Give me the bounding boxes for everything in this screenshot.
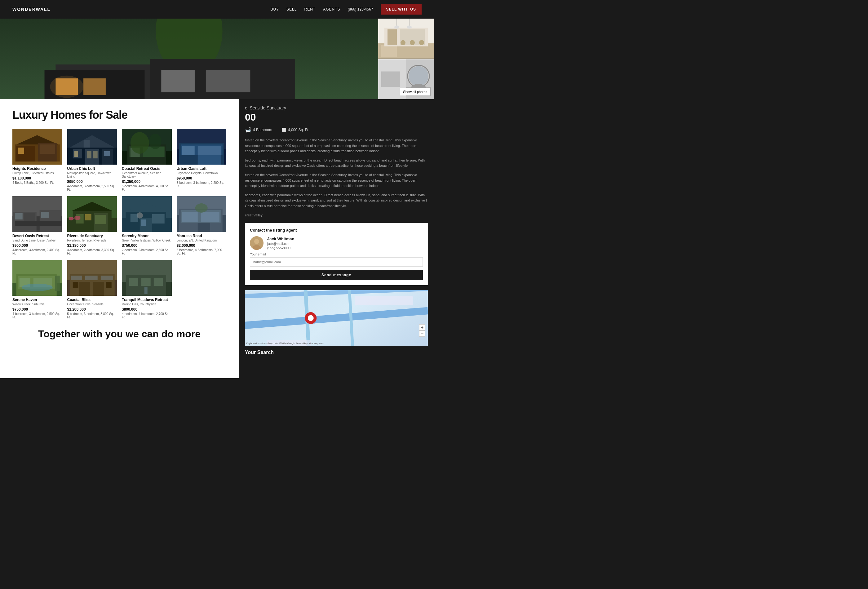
- listing-img-8: [177, 196, 227, 232]
- svg-point-86: [74, 216, 80, 220]
- svg-point-102: [195, 203, 207, 213]
- svg-rect-76: [15, 221, 62, 226]
- listing-card-6[interactable]: Riverside Sanctuary Riverfront Terrace, …: [67, 196, 117, 255]
- svg-rect-121: [72, 282, 78, 288]
- svg-rect-37: [18, 148, 24, 154]
- listing-price-10: $1,200,000: [67, 307, 117, 311]
- sell-with-us-button[interactable]: SELL WITH US: [381, 4, 422, 15]
- listing-img-10: [67, 260, 117, 296]
- svg-point-30: [409, 66, 428, 86]
- nav-phone: (866) 123-4567: [347, 7, 373, 12]
- svg-rect-128: [141, 278, 151, 286]
- map-zoom-in[interactable]: +: [419, 324, 425, 331]
- listing-card-2[interactable]: Urban Chic Loft Metropolitan Square, Dow…: [67, 129, 117, 191]
- listing-details-2: 4-bedroom, 3-bathroom, 2,500 Sq. Ft.: [67, 185, 117, 191]
- nav-logo: WONDERWALL: [12, 7, 50, 12]
- map-zoom-out[interactable]: −: [419, 331, 425, 337]
- svg-rect-46: [74, 151, 78, 157]
- listings-grid: Heights Residence Hilltop Lane, Elevated…: [12, 129, 226, 319]
- bottom-tagline: Together with you we can do more: [12, 328, 226, 340]
- svg-rect-131: [154, 278, 163, 286]
- hero-bathroom-image: Show all photos: [378, 59, 434, 99]
- sqft-label: 4,000 Sq. Ft.: [288, 128, 309, 132]
- svg-point-20: [410, 40, 415, 45]
- listing-price-8: $2,000,000: [177, 244, 227, 248]
- listing-details-5: 4-bedroom, 3-bathroom, 2,400 Sq. Ft.: [12, 248, 62, 255]
- svg-rect-64: [182, 146, 194, 155]
- svg-point-12: [50, 76, 83, 98]
- svg-rect-100: [182, 213, 198, 221]
- nav-rent[interactable]: RENT: [304, 7, 316, 12]
- svg-rect-15: [381, 45, 397, 58]
- bath-stat: 🛁 4 Bathroom: [245, 127, 272, 133]
- listing-address-3: Oceanfront Avenue, Seaside Sanctuary: [122, 171, 172, 178]
- svg-rect-116: [71, 276, 82, 280]
- email-label: Your email: [250, 252, 423, 256]
- listing-card-7[interactable]: Serenity Manor Green Valley Estates, Wil…: [122, 196, 172, 255]
- listing-card-8[interactable]: Manresa Road London, EN, United Kingdom …: [177, 196, 227, 255]
- map-area[interactable]: + − Keyboard shortcuts Map data ©2024 Go…: [245, 290, 428, 346]
- nav-buy[interactable]: BUY: [270, 7, 279, 12]
- svg-rect-44: [83, 140, 90, 148]
- listing-card-4[interactable]: Urban Oasis Loft Cityscape Heights, Down…: [177, 129, 227, 191]
- property-desc-4: bedrooms, each with panoramic views of t…: [245, 192, 428, 209]
- svg-point-19: [400, 40, 406, 45]
- listing-address-4: Cityscape Heights, Downtown: [177, 171, 227, 175]
- svg-rect-130: [145, 287, 148, 294]
- agent-card: Contact the listing agent Jack Whitman j…: [245, 223, 428, 285]
- send-message-button[interactable]: Send message: [250, 270, 423, 280]
- listing-card-9[interactable]: Serene Haven Willow Creek, Suburbia $750…: [12, 260, 62, 319]
- listing-price-4: $950,000: [177, 176, 227, 180]
- show-all-photos-button[interactable]: Show all photos: [400, 88, 430, 96]
- listing-name-5: Desert Oasis Retreat: [12, 234, 62, 238]
- listing-img-3: [122, 129, 172, 165]
- listing-name-10: Coastal Bliss: [67, 298, 117, 302]
- listing-img-11: [122, 260, 172, 296]
- svg-rect-40: [40, 145, 55, 154]
- listing-name-8: Manresa Road: [177, 234, 227, 238]
- listing-card-5[interactable]: Desert Oasis Retreat Sand Dune Lane, Des…: [12, 196, 62, 255]
- listing-address-10: Oceanfront Drive, Seaside: [67, 303, 117, 306]
- agent-phone: (555) 555-9009: [267, 246, 294, 250]
- listing-card-11[interactable]: Tranquil Meadows Retreat Rolling Hills, …: [122, 260, 172, 319]
- hero-side-panel: Show all photos: [378, 19, 434, 99]
- property-desc-3: tuated on the coveted Oceanfront Avenue …: [245, 172, 428, 189]
- property-location: erest Valley: [245, 213, 428, 218]
- listing-details-3: 5-bedroom, 4-bathroom, 4,000 Sq. Ft.: [122, 185, 172, 191]
- email-input[interactable]: [250, 257, 423, 267]
- listing-card-1[interactable]: Heights Residence Hilltop Lane, Elevated…: [12, 129, 62, 191]
- listing-address-7: Green Valley Estates, Willow Creek: [122, 239, 172, 242]
- hero-main-image: [0, 19, 378, 99]
- listing-img-2: [67, 129, 117, 165]
- listing-price-5: $900,000: [12, 244, 62, 248]
- listing-card-3[interactable]: Coastal Retreat Oasis Oceanfront Avenue,…: [122, 129, 172, 191]
- nav-agents[interactable]: AGENTS: [323, 7, 340, 12]
- nav-sell[interactable]: SELL: [286, 7, 297, 12]
- svg-point-146: [308, 315, 314, 321]
- map-attribution: Keyboard shortcuts Map data ©2024 Google…: [246, 342, 324, 345]
- svg-rect-94: [141, 220, 146, 226]
- svg-rect-119: [79, 282, 90, 296]
- property-price: 00: [245, 112, 428, 123]
- listing-name-7: Serenity Manor: [122, 234, 172, 238]
- property-detail: e, Seaside Sanctuary 00 🛁 4 Bathroom ⬜ 4…: [245, 105, 428, 218]
- listing-img-4: [177, 129, 227, 165]
- svg-rect-8: [161, 70, 195, 92]
- listing-name-11: Tranquil Meadows Retreat: [122, 298, 172, 302]
- listing-name-4: Urban Oasis Loft: [177, 167, 227, 171]
- main-wrapper: Luxury Homes for Sale Heights Resid: [0, 99, 434, 378]
- svg-rect-9: [206, 70, 251, 92]
- listing-details-1: 4 Beds, 3 Baths, 3,200 Sq. Ft.: [12, 181, 62, 185]
- page-title: Luxury Homes for Sale: [12, 108, 226, 121]
- property-subtitle: e, Seaside Sanctuary: [245, 105, 428, 110]
- right-panel: e, Seaside Sanctuary 00 🛁 4 Bathroom ⬜ 4…: [239, 99, 434, 378]
- svg-rect-142: [355, 296, 413, 305]
- listing-address-11: Rolling Hills, Countryside: [122, 303, 172, 306]
- svg-point-59: [149, 134, 161, 149]
- listing-card-10[interactable]: Coastal Bliss Oceanfront Drive, Seaside …: [67, 260, 117, 319]
- listing-img-1: [12, 129, 62, 165]
- svg-rect-33: [381, 72, 400, 87]
- listing-name-9: Serene Haven: [12, 298, 62, 302]
- svg-point-85: [68, 217, 74, 220]
- listing-address-9: Willow Creek, Suburbia: [12, 303, 62, 306]
